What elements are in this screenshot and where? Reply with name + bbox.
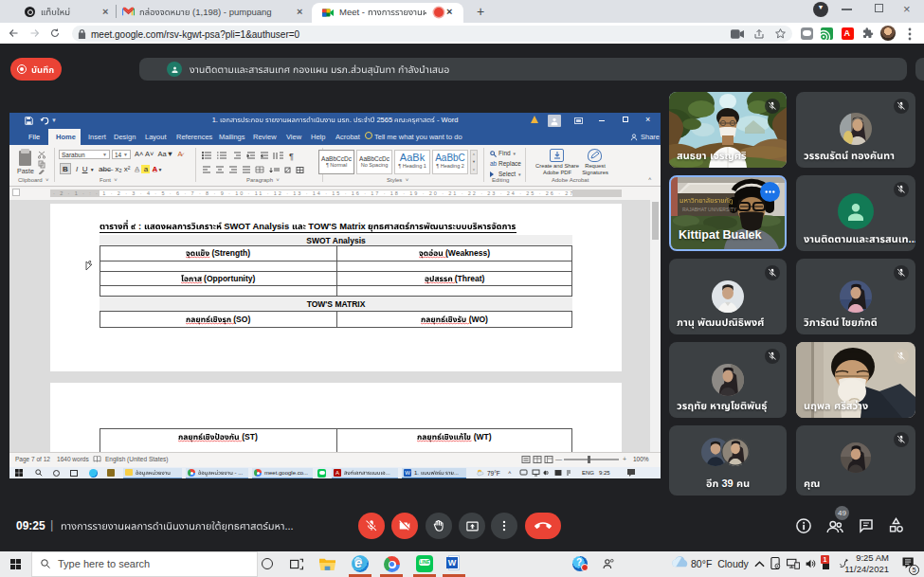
svg-text:¶: ¶ — [289, 152, 294, 161]
